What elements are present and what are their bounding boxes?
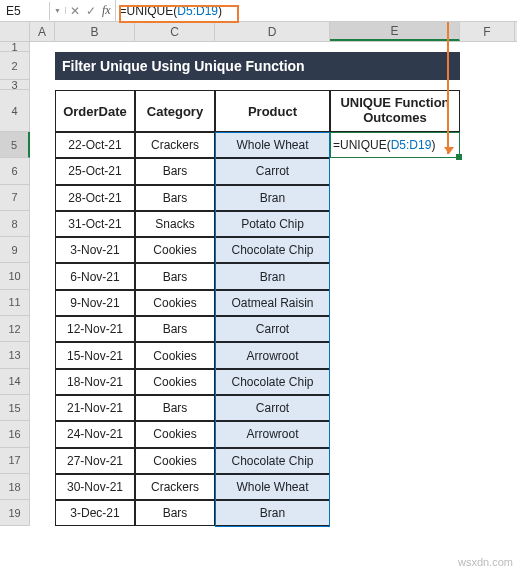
grid-cell[interactable] <box>30 185 55 211</box>
row-header[interactable]: 1 <box>0 42 30 52</box>
col-header-f[interactable]: F <box>460 22 515 41</box>
cell-product[interactable]: Arrowroot <box>215 342 330 368</box>
grid-cell[interactable] <box>330 395 460 421</box>
table-header-product[interactable]: Product <box>215 90 330 132</box>
row-header[interactable]: 2 <box>0 52 30 80</box>
cell-product[interactable]: Bran <box>215 500 330 526</box>
worksheet-grid[interactable]: 1 2 Filter Unique Using Unique Function … <box>0 42 517 572</box>
grid-cell[interactable] <box>330 369 460 395</box>
row-header[interactable]: 4 <box>0 90 30 132</box>
cell-product[interactable]: Bran <box>215 263 330 289</box>
cell-category[interactable]: Cookies <box>135 237 215 263</box>
grid-cell[interactable] <box>30 369 55 395</box>
grid-cell[interactable] <box>30 342 55 368</box>
grid-cell[interactable] <box>30 500 55 526</box>
cell-orderdate[interactable]: 28-Oct-21 <box>55 185 135 211</box>
row-header[interactable]: 14 <box>0 369 30 395</box>
grid-cell[interactable] <box>30 90 55 132</box>
cell-category[interactable]: Crackers <box>135 474 215 500</box>
cell-category[interactable]: Bars <box>135 158 215 184</box>
grid-cell[interactable] <box>330 158 460 184</box>
grid-cell[interactable] <box>330 263 460 289</box>
cell-product[interactable]: Oatmeal Raisin <box>215 290 330 316</box>
grid-cell[interactable] <box>330 342 460 368</box>
cell-category[interactable]: Bars <box>135 316 215 342</box>
cell-product[interactable]: Bran <box>215 185 330 211</box>
row-header[interactable]: 5 <box>0 132 30 158</box>
grid-cell[interactable] <box>330 474 460 500</box>
row-header[interactable]: 17 <box>0 448 30 474</box>
cell-product[interactable]: Potato Chip <box>215 211 330 237</box>
grid-cell[interactable] <box>330 448 460 474</box>
cell-category[interactable]: Cookies <box>135 448 215 474</box>
cell-orderdate[interactable]: 30-Nov-21 <box>55 474 135 500</box>
cell-orderdate[interactable]: 21-Nov-21 <box>55 395 135 421</box>
grid-cell[interactable] <box>30 42 55 52</box>
grid-cell[interactable] <box>30 80 55 90</box>
cell-orderdate[interactable]: 9-Nov-21 <box>55 290 135 316</box>
cell-product[interactable]: Whole Wheat <box>215 474 330 500</box>
grid-cell[interactable] <box>30 395 55 421</box>
col-header-e[interactable]: E <box>330 22 460 41</box>
col-header-a[interactable]: A <box>30 22 55 41</box>
grid-cell[interactable] <box>30 158 55 184</box>
cell-category[interactable]: Bars <box>135 185 215 211</box>
row-header[interactable]: 15 <box>0 395 30 421</box>
row-header[interactable]: 9 <box>0 237 30 263</box>
cell-product[interactable]: Arrowroot <box>215 421 330 447</box>
cell-category[interactable]: Crackers <box>135 132 215 158</box>
table-header-orderdate[interactable]: OrderDate <box>55 90 135 132</box>
table-header-outcomes[interactable]: UNIQUE Function Outcomes <box>330 90 460 132</box>
row-header[interactable]: 16 <box>0 421 30 447</box>
grid-cell[interactable] <box>330 237 460 263</box>
cell-orderdate[interactable]: 24-Nov-21 <box>55 421 135 447</box>
row-header[interactable]: 13 <box>0 342 30 368</box>
fill-handle-icon[interactable] <box>456 154 462 160</box>
grid-cell[interactable] <box>330 316 460 342</box>
row-header[interactable]: 18 <box>0 474 30 500</box>
name-box[interactable]: E5 <box>0 2 50 20</box>
cell-orderdate[interactable]: 6-Nov-21 <box>55 263 135 289</box>
cell-orderdate[interactable]: 3-Nov-21 <box>55 237 135 263</box>
grid-cell[interactable] <box>330 421 460 447</box>
grid-cell[interactable] <box>330 185 460 211</box>
grid-cell[interactable] <box>30 448 55 474</box>
col-header-c[interactable]: C <box>135 22 215 41</box>
cell-product[interactable]: Whole Wheat <box>215 132 330 158</box>
col-header-d[interactable]: D <box>215 22 330 41</box>
cell-product[interactable]: Carrot <box>215 316 330 342</box>
row-header[interactable]: 11 <box>0 290 30 316</box>
cell-category[interactable]: Bars <box>135 500 215 526</box>
cell-product[interactable]: Chocolate Chip <box>215 448 330 474</box>
table-header-category[interactable]: Category <box>135 90 215 132</box>
row-header[interactable]: 10 <box>0 263 30 289</box>
col-header-b[interactable]: B <box>55 22 135 41</box>
active-cell[interactable]: =UNIQUE(D5:D19) <box>330 132 460 158</box>
cell-category[interactable]: Cookies <box>135 342 215 368</box>
name-box-dropdown-icon[interactable]: ▼ <box>50 7 66 14</box>
cell-category[interactable]: Snacks <box>135 211 215 237</box>
cell-orderdate[interactable]: 15-Nov-21 <box>55 342 135 368</box>
cell-category[interactable]: Cookies <box>135 290 215 316</box>
row-header[interactable]: 12 <box>0 316 30 342</box>
cell-product[interactable]: Carrot <box>215 395 330 421</box>
grid-cell[interactable] <box>30 421 55 447</box>
enter-icon[interactable]: ✓ <box>86 4 96 18</box>
grid-cell[interactable] <box>30 211 55 237</box>
grid-cell[interactable] <box>30 316 55 342</box>
cell-category[interactable]: Bars <box>135 263 215 289</box>
grid-cell[interactable] <box>30 52 55 80</box>
row-header[interactable]: 6 <box>0 158 30 184</box>
grid-cell[interactable] <box>30 132 55 158</box>
fx-icon[interactable]: fx <box>102 3 111 18</box>
grid-cell[interactable] <box>30 263 55 289</box>
cell-category[interactable]: Cookies <box>135 369 215 395</box>
table-title[interactable]: Filter Unique Using Unique Function <box>55 52 460 80</box>
cell-orderdate[interactable]: 18-Nov-21 <box>55 369 135 395</box>
cell-orderdate[interactable]: 3-Dec-21 <box>55 500 135 526</box>
cell-product[interactable]: Chocolate Chip <box>215 369 330 395</box>
grid-cell[interactable] <box>330 211 460 237</box>
row-header[interactable]: 8 <box>0 211 30 237</box>
select-all-corner[interactable] <box>0 22 30 41</box>
row-header[interactable]: 7 <box>0 185 30 211</box>
